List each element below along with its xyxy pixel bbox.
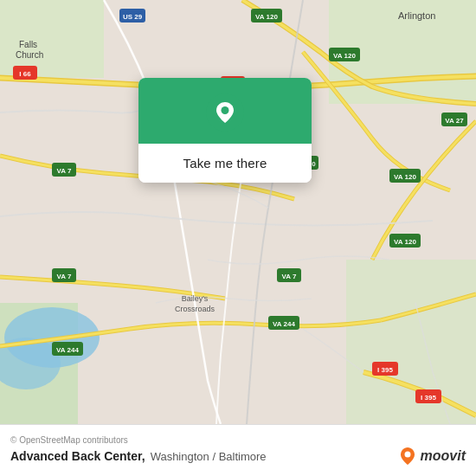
svg-text:Bailey's: Bailey's [182, 294, 209, 303]
svg-text:VA 120: VA 120 [394, 173, 416, 181]
svg-text:VA 120: VA 120 [255, 13, 278, 21]
svg-text:VA 27: VA 27 [445, 117, 464, 125]
moovit-text: moovit [421, 448, 466, 464]
svg-point-45 [222, 106, 229, 114]
svg-text:I 395: I 395 [421, 394, 436, 402]
popup-icon-area [138, 78, 312, 144]
svg-text:VA 7: VA 7 [57, 167, 72, 175]
svg-rect-4 [346, 260, 476, 424]
svg-text:VA 120: VA 120 [333, 52, 356, 60]
svg-point-46 [404, 452, 410, 458]
svg-text:Falls: Falls [19, 40, 37, 49]
moovit-logo: moovit [398, 447, 466, 466]
location-line: Advanced Back Center, Washington / Balti… [10, 447, 466, 466]
svg-text:I 395: I 395 [377, 366, 393, 374]
map-container: I 66 US 29 VA 120 VA 120 VA 120 VA 120 V… [0, 0, 476, 424]
copyright-line: © OpenStreetMap contributors [10, 435, 466, 445]
take-me-there-button[interactable]: Take me there [138, 144, 312, 183]
svg-text:VA 7: VA 7 [282, 273, 297, 280]
svg-text:Arlington: Arlington [398, 10, 435, 21]
svg-text:US 29: US 29 [123, 13, 143, 21]
map-svg: I 66 US 29 VA 120 VA 120 VA 120 VA 120 V… [0, 0, 476, 424]
location-region: Washington / Baltimore [151, 450, 267, 463]
svg-text:Church: Church [16, 50, 43, 60]
svg-text:VA 244: VA 244 [273, 320, 295, 328]
svg-text:VA 120: VA 120 [394, 238, 416, 246]
svg-text:VA 7: VA 7 [57, 273, 72, 280]
popup-card: Take me there [138, 78, 312, 183]
bottom-bar: © OpenStreetMap contributors Advanced Ba… [0, 424, 476, 476]
location-pin-icon [206, 93, 244, 132]
svg-text:I 66: I 66 [19, 70, 31, 78]
moovit-pin-icon [398, 447, 417, 466]
svg-text:VA 244: VA 244 [56, 346, 79, 354]
svg-text:Crossroads: Crossroads [175, 305, 215, 313]
location-name: Advanced Back Center, [10, 449, 145, 463]
